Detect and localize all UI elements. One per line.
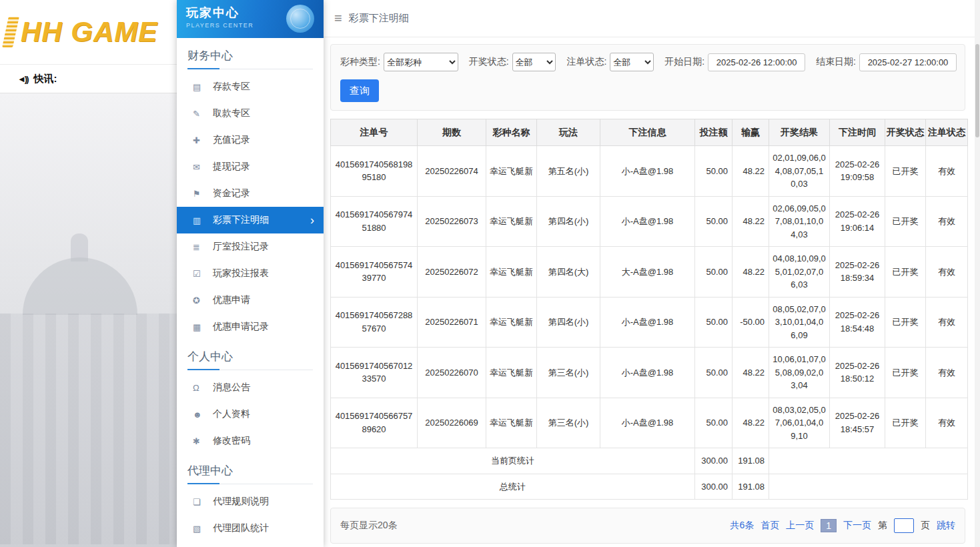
news-bar: ◄)) 快讯: [0, 64, 177, 93]
sidebar-item-password[interactable]: ✱修改密码 [177, 428, 324, 454]
chevron-right-icon: › [310, 214, 314, 226]
scrollbar[interactable] [975, 0, 980, 547]
news-label: 快讯: [34, 73, 57, 85]
column-header: 下注时间 [830, 119, 885, 146]
cell-lottery: 幸运飞艇新 [486, 398, 537, 448]
sidebar-item-lottery-bet-detail[interactable]: ▥彩票下注明细› [177, 207, 324, 233]
cell-time: 2025-02-26 18:50:12 [830, 348, 885, 398]
sidebar-item-label: 玩家投注报表 [213, 267, 314, 280]
sidebar-item-withdraw[interactable]: ✎取款专区 [177, 100, 324, 127]
first-page-link[interactable]: 首页 [761, 520, 779, 532]
bets-table: 注单号期数彩种名称玩法下注信息投注额输赢开奖结果下注时间开奖状态注单状态 401… [330, 119, 968, 500]
page-summary-label: 当前页统计 [331, 448, 695, 474]
current-page[interactable]: 1 [821, 519, 837, 532]
profile-icon: ☻ [193, 410, 213, 420]
cell-play: 第三名(小) [537, 398, 600, 448]
background-page: HH GAME ◄)) 快讯: [0, 0, 177, 547]
page-summary-winloss: 191.08 [732, 448, 769, 474]
cell-result: 08,03,02,05,07,06,01,04,09,10 [769, 398, 830, 448]
cell-amount: 50.00 [695, 348, 732, 398]
sidebar-item-funds-record[interactable]: ⚑资金记录 [177, 180, 324, 207]
sidebar-item-agent-rules[interactable]: ❏代理规则说明 [177, 488, 324, 515]
table-row: 40156917405667578962020250226069幸运飞艇新第三名… [331, 398, 968, 448]
sidebar-item-message[interactable]: Ω消息公告 [177, 374, 324, 401]
page-summary-amount: 300.00 [695, 448, 732, 474]
table-row: 40156917405681989518020250226074幸运飞艇新第五名… [331, 146, 968, 197]
total-summary-label: 总统计 [331, 474, 695, 500]
per-page-label: 每页显示20条 [340, 520, 398, 532]
total-count: 共6条 [730, 520, 754, 532]
cell-bet_info: 小-A盘@1.98 [600, 348, 695, 398]
logo-bars-icon [2, 17, 19, 47]
sidebar-item-hall-bet-record[interactable]: ≣厅室投注记录 [177, 233, 324, 260]
column-header: 投注额 [695, 119, 732, 146]
end-date-input[interactable] [859, 53, 957, 71]
total-summary-amount: 300.00 [695, 474, 732, 500]
sidebar-section-title: 个人中心 [187, 349, 313, 370]
sidebar-item-agent-team[interactable]: ▧代理团队统计 [177, 515, 324, 542]
table-row: 40156917405672885767020250226071幸运飞艇新第四名… [331, 297, 968, 348]
cell-amount: 50.00 [695, 146, 732, 197]
prev-page-link[interactable]: 上一页 [786, 520, 814, 532]
sidebar-item-deposit[interactable]: ▤存款专区 [177, 73, 324, 100]
agent-team-icon: ▧ [193, 524, 213, 534]
order-status-select[interactable]: 全部 [610, 53, 654, 71]
cell-time: 2025-02-26 19:09:58 [830, 146, 885, 197]
sidebar-item-player-bet-report[interactable]: ☑玩家投注报表 [177, 260, 324, 287]
table-row: 40156917405670123357020250226070幸运飞艇新第三名… [331, 348, 968, 398]
column-header: 玩法 [537, 119, 600, 146]
column-header: 期数 [418, 119, 486, 146]
page-root: HH GAME ◄)) 快讯: 玩家中心 PLAYERS CENTER 财务中心… [0, 0, 980, 547]
cell-draw_status: 已开奖 [885, 247, 926, 298]
sidebar-item-profile[interactable]: ☻个人资料 [177, 401, 324, 428]
cell-time: 2025-02-26 18:45:57 [830, 398, 885, 448]
table-row: 40156917405679745188020250226073幸运飞艇新第四名… [331, 196, 968, 247]
sidebar-item-label: 代理团队统计 [213, 522, 314, 534]
cell-order_status: 有效 [926, 348, 968, 398]
cell-time: 2025-02-26 18:59:34 [830, 247, 885, 298]
end-date-label: 结束日期: [816, 56, 856, 68]
start-date-input[interactable] [708, 53, 805, 71]
cell-result: 02,01,09,06,04,08,07,05,10,03 [769, 146, 830, 197]
next-page-link[interactable]: 下一页 [843, 520, 871, 532]
sidebar-item-recharge-record[interactable]: ✚充值记录 [177, 127, 324, 153]
cell-draw_status: 已开奖 [885, 348, 926, 398]
sidebar-item-withdrawal-record[interactable]: ✉提现记录 [177, 153, 324, 180]
lottery-type-select[interactable]: 全部彩种 [384, 53, 458, 71]
cell-period: 20250226070 [418, 348, 486, 398]
cell-order_status: 有效 [926, 146, 968, 197]
cell-winloss: 48.22 [732, 196, 769, 247]
draw-status-label: 开奖状态: [469, 56, 509, 68]
sidebar-header: 玩家中心 PLAYERS CENTER [177, 0, 324, 38]
menu-toggle-icon[interactable]: ≡ [334, 11, 342, 26]
sidebar-item-promo-apply-record[interactable]: ▦优惠申请记录 [177, 314, 324, 340]
cell-lottery: 幸运飞艇新 [486, 297, 537, 348]
page-label-pre: 第 [878, 520, 887, 532]
start-date-label: 开始日期: [664, 56, 704, 68]
cell-period: 20250226071 [418, 297, 486, 348]
sidebar-item-promo-apply[interactable]: ✪优惠申请 [177, 287, 324, 314]
search-button[interactable]: 查询 [340, 79, 379, 102]
sidebar-item-label: 优惠申请记录 [213, 321, 314, 333]
cell-order_id: 401569174056757439770 [331, 247, 418, 298]
cell-amount: 50.00 [695, 297, 732, 348]
globe-icon [286, 5, 314, 33]
cell-play: 第四名(小) [537, 196, 600, 247]
table-row: 40156917405675743977020250226072幸运飞艇新第四名… [331, 247, 968, 298]
cell-time: 2025-02-26 18:54:48 [830, 297, 885, 348]
scrollbar-thumb[interactable] [975, 44, 979, 137]
draw-status-select[interactable]: 全部 [512, 53, 556, 71]
capitol-dome-shape [23, 257, 137, 315]
pager: 共6条 首页 上一页 1 下一页 第 页 跳转 [730, 518, 955, 533]
hall-bet-record-icon: ≣ [193, 242, 213, 252]
cell-order_status: 有效 [926, 247, 968, 298]
background-image [0, 93, 177, 547]
sidebar-nav: 财务中心▤存款专区✎取款专区✚充值记录✉提现记录⚑资金记录▥彩票下注明细›≣厅室… [177, 38, 324, 547]
page-summary-empty [769, 448, 968, 474]
page-number-input[interactable] [894, 518, 914, 533]
cell-play: 第五名(小) [537, 146, 600, 197]
page-title: 彩票下注明细 [349, 12, 409, 25]
cell-order_status: 有效 [926, 297, 968, 348]
cell-period: 20250226073 [418, 196, 486, 247]
jump-link[interactable]: 跳转 [937, 520, 955, 532]
